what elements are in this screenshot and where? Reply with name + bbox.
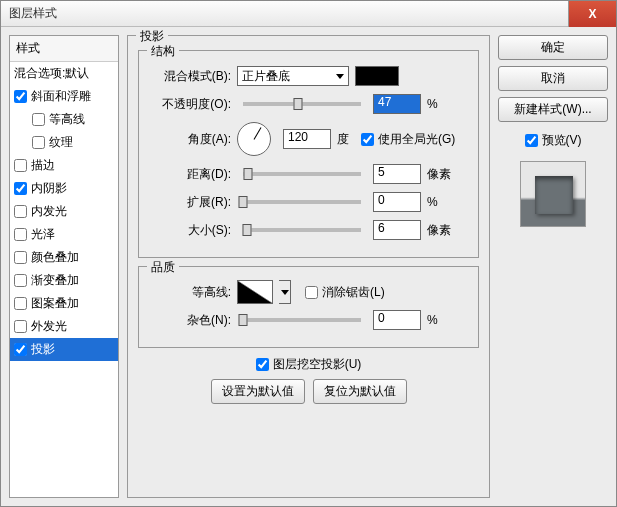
blending-options[interactable]: 混合选项:默认 [10, 62, 118, 85]
structure-title: 结构 [147, 43, 179, 60]
styles-list: 样式 混合选项:默认 斜面和浮雕等高线纹理描边内阴影内发光光泽颜色叠加渐变叠加图… [9, 35, 119, 498]
style-item[interactable]: 内阴影 [10, 177, 118, 200]
make-default-button[interactable]: 设置为默认值 [211, 379, 305, 404]
right-panel: 确定 取消 新建样式(W)... 预览(V) [498, 35, 608, 498]
angle-dial[interactable] [237, 122, 271, 156]
contour-dropdown[interactable] [279, 280, 291, 304]
angle-input[interactable]: 120 [283, 129, 331, 149]
style-item[interactable]: 图案叠加 [10, 292, 118, 315]
distance-unit: 像素 [427, 166, 451, 183]
close-button[interactable]: X [568, 1, 616, 27]
chevron-down-icon [281, 290, 289, 295]
size-input[interactable]: 6 [373, 220, 421, 240]
noise-label: 杂色(N): [149, 312, 231, 329]
style-item[interactable]: 外发光 [10, 315, 118, 338]
settings-panel: 投影 结构 混合模式(B): 正片叠底 不透明度(O): [127, 35, 490, 498]
noise-unit: % [427, 313, 438, 327]
preview-thumbnail [520, 161, 586, 227]
style-item[interactable]: 渐变叠加 [10, 269, 118, 292]
spread-label: 扩展(R): [149, 194, 231, 211]
knockout-checkbox[interactable]: 图层挖空投影(U) [256, 356, 362, 373]
distance-slider[interactable] [243, 172, 361, 176]
dialog-content: 样式 混合选项:默认 斜面和浮雕等高线纹理描边内阴影内发光光泽颜色叠加渐变叠加图… [1, 27, 616, 506]
close-icon: X [588, 7, 596, 21]
distance-label: 距离(D): [149, 166, 231, 183]
global-light-checkbox[interactable]: 使用全局光(G) [361, 131, 455, 148]
style-item[interactable]: 内发光 [10, 200, 118, 223]
reset-default-button[interactable]: 复位为默认值 [313, 379, 407, 404]
structure-group: 结构 混合模式(B): 正片叠底 不透明度(O): 47 % [138, 50, 479, 258]
style-item[interactable]: 颜色叠加 [10, 246, 118, 269]
opacity-label: 不透明度(O): [149, 96, 231, 113]
antialias-checkbox[interactable]: 消除锯齿(L) [305, 284, 385, 301]
contour-thumbnail[interactable] [237, 280, 273, 304]
style-item[interactable]: 纹理 [10, 131, 118, 154]
new-style-button[interactable]: 新建样式(W)... [498, 97, 608, 122]
quality-group: 品质 等高线: 消除锯齿(L) 杂色(N): 0 % [138, 266, 479, 348]
chevron-down-icon [336, 74, 344, 79]
shadow-color-swatch[interactable] [355, 66, 399, 86]
size-slider[interactable] [243, 228, 361, 232]
blend-mode-label: 混合模式(B): [149, 68, 231, 85]
angle-unit: 度 [337, 131, 349, 148]
layer-style-dialog: 图层样式 X 样式 混合选项:默认 斜面和浮雕等高线纹理描边内阴影内发光光泽颜色… [0, 0, 617, 507]
style-item[interactable]: 等高线 [10, 108, 118, 131]
opacity-slider[interactable] [243, 102, 361, 106]
noise-slider[interactable] [243, 318, 361, 322]
style-item[interactable]: 斜面和浮雕 [10, 85, 118, 108]
spread-slider[interactable] [243, 200, 361, 204]
style-item[interactable]: 投影 [10, 338, 118, 361]
noise-input[interactable]: 0 [373, 310, 421, 330]
section-group: 投影 结构 混合模式(B): 正片叠底 不透明度(O): [127, 35, 490, 498]
style-item[interactable]: 光泽 [10, 223, 118, 246]
quality-title: 品质 [147, 259, 179, 276]
distance-input[interactable]: 5 [373, 164, 421, 184]
contour-label: 等高线: [149, 284, 231, 301]
spread-unit: % [427, 195, 438, 209]
spread-input[interactable]: 0 [373, 192, 421, 212]
opacity-input[interactable]: 47 [373, 94, 421, 114]
style-item[interactable]: 描边 [10, 154, 118, 177]
titlebar[interactable]: 图层样式 X [1, 1, 616, 27]
opacity-unit: % [427, 97, 438, 111]
preview-checkbox[interactable]: 预览(V) [498, 132, 608, 149]
ok-button[interactable]: 确定 [498, 35, 608, 60]
window-title: 图层样式 [1, 5, 57, 22]
size-label: 大小(S): [149, 222, 231, 239]
styles-header: 样式 [10, 36, 118, 62]
size-unit: 像素 [427, 222, 451, 239]
angle-label: 角度(A): [149, 131, 231, 148]
cancel-button[interactable]: 取消 [498, 66, 608, 91]
blend-mode-combo[interactable]: 正片叠底 [237, 66, 349, 86]
